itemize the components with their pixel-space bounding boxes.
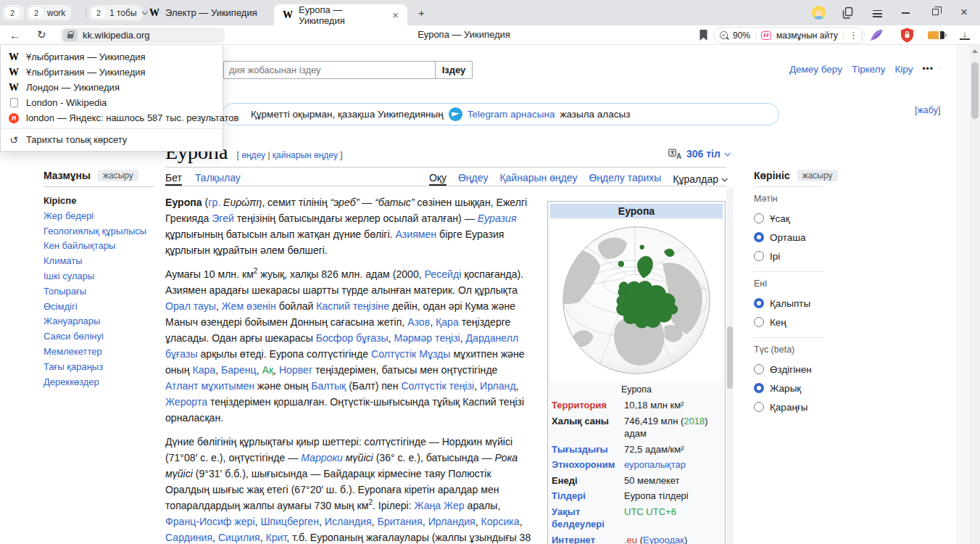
panels-icon[interactable] — [842, 7, 855, 19]
more-options[interactable]: ••• — [922, 64, 934, 75]
tab-group-chip[interactable]: 2 — [3, 5, 24, 20]
suggestion-item[interactable]: London - Wikipedia — [1, 95, 223, 110]
address-bar[interactable]: kk.wikipedia.org — [61, 28, 225, 43]
wiki-link[interactable]: Британия — [377, 516, 422, 527]
kebab-menu-icon[interactable]: ⋮ — [849, 30, 858, 41]
infobox-label[interactable]: Территория — [552, 399, 624, 412]
wiki-link[interactable]: Жем өзенін — [222, 300, 276, 312]
show-full-history[interactable]: ↺ Тарихты толық көрсету — [1, 132, 223, 147]
article-tab[interactable]: Қайнарын өңдеу — [499, 172, 577, 186]
wiki-link[interactable]: Корсика — [481, 516, 520, 527]
toc-item[interactable]: Жер бедері — [43, 209, 154, 224]
download-icon[interactable]: ↓ — [960, 29, 970, 40]
toc-item[interactable]: Өсімдігі — [43, 300, 154, 315]
zoom-level[interactable]: 90% — [733, 30, 750, 41]
search-button[interactable]: Іздеу — [435, 61, 473, 79]
scroll-up-arrow[interactable] — [972, 49, 978, 53]
tab-group-chip-toby[interactable]: 2 1 тобы — [89, 5, 143, 20]
wiki-link[interactable]: Сицилия — [218, 532, 260, 543]
radio-option[interactable]: Ірі — [754, 247, 823, 265]
wiki-link[interactable]: Крит — [266, 532, 287, 543]
radio-option[interactable]: Орташа — [754, 228, 823, 247]
radio-option[interactable]: Қалыпты — [754, 294, 823, 313]
minimize-button[interactable] — [902, 12, 910, 14]
toc-hide-button[interactable]: жасыру — [98, 170, 138, 181]
read-aloud-label[interactable]: мазмұнын айту — [776, 30, 838, 41]
chevron-down-icon[interactable] — [141, 9, 147, 15]
nav-link[interactable]: Демеу беру — [789, 64, 842, 75]
toc-item[interactable]: Кен байлықтары — [43, 239, 154, 254]
toc-item[interactable]: Кіріспе — [43, 194, 154, 209]
wiki-link[interactable]: Еуразия — [478, 213, 517, 224]
tab-close-icon[interactable]: × — [391, 9, 400, 20]
toc-item[interactable]: Жануарлары — [43, 314, 154, 329]
suggestion-item[interactable]: WЛондон — Уикипедия — [1, 80, 223, 95]
radio-option[interactable]: Ұсақ — [754, 209, 823, 228]
wiki-link[interactable]: Қара — [436, 316, 459, 328]
wiki-link[interactable]: Атлант мұхитымен — [165, 380, 254, 392]
radio-button[interactable] — [754, 317, 764, 327]
wiki-link[interactable]: Кара — [192, 364, 215, 376]
wiki-link[interactable]: Ресейді — [425, 268, 462, 280]
lock-badge[interactable] — [63, 29, 78, 41]
radio-button[interactable] — [754, 251, 764, 261]
toc-item[interactable]: Климаты — [43, 254, 154, 269]
wiki-link[interactable]: Ақ — [262, 364, 274, 376]
wiki-link[interactable]: Баренц — [221, 364, 257, 376]
wiki-link[interactable]: 2018 — [684, 416, 705, 426]
protect-shield-icon[interactable] — [900, 28, 914, 43]
content-scrollbar[interactable] — [726, 187, 734, 544]
infobox-label[interactable]: Этнохороним — [552, 458, 624, 471]
radio-button[interactable] — [754, 402, 764, 412]
edit-link[interactable]: өңдеу — [241, 150, 265, 160]
wiki-link[interactable]: Ирландия — [428, 516, 476, 527]
toc-item[interactable]: Топырағы — [43, 284, 154, 300]
search-input[interactable] — [223, 61, 436, 79]
edit-source-link[interactable]: қайнарын өңдеу — [273, 150, 338, 160]
article-tab[interactable]: Өңдеу — [458, 172, 488, 186]
suggestion-item[interactable]: WҰлыбритания — Уикипедия — [1, 65, 223, 80]
appearance-hide-button[interactable]: жасыру — [797, 170, 838, 181]
infobox-map[interactable] — [550, 220, 723, 381]
wiki-link[interactable]: Жаңа Жер — [415, 500, 465, 511]
content-scrollbar-thumb[interactable] — [727, 326, 733, 389]
wiki-link[interactable]: UTC UTC+6 — [624, 506, 676, 517]
browser-tab-active[interactable]: W Еуропа — Уикипедия × — [274, 4, 407, 25]
wiki-link[interactable]: Балтық — [311, 380, 346, 392]
wiki-link[interactable]: Шпицберген — [260, 516, 319, 527]
wiki-link[interactable]: Каспий теңізіне — [316, 300, 389, 312]
toc-item[interactable]: Тағы қараңыз — [43, 360, 154, 375]
radio-button[interactable] — [754, 364, 764, 374]
wiki-link[interactable]: Марроки — [301, 452, 343, 463]
wiki-link[interactable]: Азов — [407, 316, 430, 328]
toc-item[interactable]: Мемлекеттер — [43, 345, 154, 360]
wiki-link[interactable]: Ирланд — [480, 380, 516, 392]
radio-option[interactable]: Өздігінен — [754, 360, 823, 379]
infobox-label[interactable]: Уақыт белдеулері — [552, 506, 624, 531]
article-tab[interactable]: Құралдар — [673, 172, 726, 186]
wiki-link[interactable]: Босфор бұғазы — [316, 332, 389, 344]
wiki-link[interactable]: Франц-Иосиф жері — [165, 516, 255, 527]
browser-tab-inactive[interactable]: W Электр — Уикипедия — [149, 0, 257, 25]
infobox-label[interactable]: Тығыздығы — [552, 443, 624, 456]
radio-button[interactable] — [754, 298, 764, 308]
toc-item[interactable]: Геологиялық құрылысы — [43, 224, 154, 239]
banner-close[interactable]: [жабу] — [915, 105, 940, 115]
nav-link[interactable]: Кіру — [894, 64, 913, 75]
wiki-link[interactable]: еуропалықтар — [624, 459, 686, 470]
toc-item[interactable]: Саяси бөлінуі — [43, 329, 154, 345]
wiki-link[interactable]: Солтүстік теңізі — [401, 380, 474, 392]
nav-link[interactable]: Тіркелу — [852, 64, 886, 75]
restore-button[interactable] — [932, 9, 939, 15]
telegram-link[interactable]: Telegram арнасына — [468, 109, 555, 120]
suggestion-item[interactable]: Яlondon — Яндекс: нашлось 587 тыс. резул… — [1, 110, 223, 125]
radio-option[interactable]: Жарық — [754, 379, 823, 397]
radio-button[interactable] — [754, 383, 764, 393]
wiki-link[interactable]: Жерорта — [165, 396, 207, 408]
wiki-link[interactable]: гр. — [208, 197, 220, 208]
zoom-out-icon[interactable] — [720, 31, 728, 39]
bookmark-icon[interactable] — [699, 29, 708, 41]
radio-option[interactable]: Кең — [754, 313, 823, 331]
wiki-link[interactable]: Еуроодақ — [643, 535, 684, 544]
profile-avatar[interactable] — [812, 6, 826, 20]
